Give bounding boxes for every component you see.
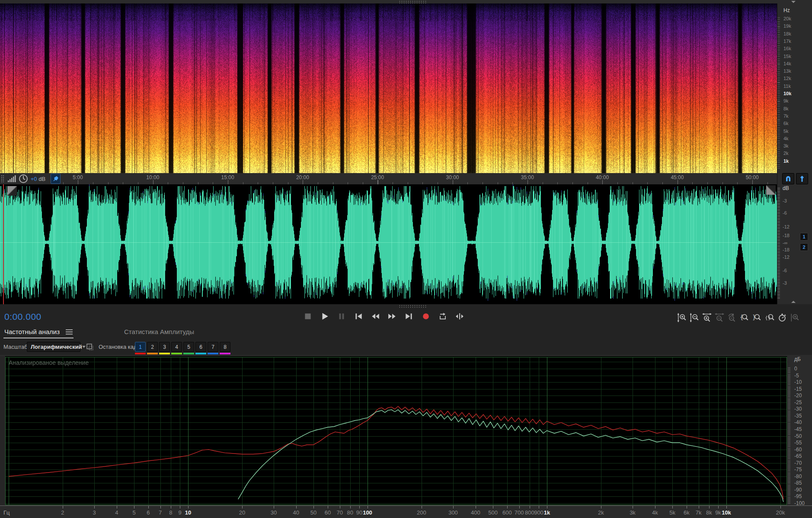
copy-button[interactable]	[86, 343, 94, 351]
frequency-tick	[718, 506, 719, 508]
timeline-label: 20:00	[296, 174, 309, 180]
scroll-down-icon[interactable]	[791, 301, 796, 303]
zoom-to-selection-button[interactable]: {}	[765, 310, 774, 322]
scale-dropdown[interactable]: Логарифмический	[27, 342, 80, 352]
selection-handle-left[interactable]	[7, 186, 17, 196]
frequency-scale-label: 14k	[783, 61, 791, 66]
frequency-tick-label: 9	[178, 509, 181, 516]
divider-drag-grip[interactable]	[399, 305, 427, 308]
scale-label: Масштаб:	[3, 344, 29, 350]
frame-hold-7[interactable]: 7	[208, 342, 218, 354]
fast-forward-button[interactable]	[386, 310, 398, 322]
frequency-tick-label: 10	[185, 509, 191, 516]
tab-amplitude-statistics[interactable]: Статистика Амплитуды	[124, 328, 194, 335]
playhead[interactable]	[3, 184, 4, 304]
decibel-tick-label: -80	[794, 473, 802, 479]
frequency-tick-label: 70	[336, 509, 342, 516]
frequency-analysis-panel: Анализированое выделение Гц 234567891020…	[0, 355, 812, 518]
play-button[interactable]	[319, 310, 331, 322]
transport-bar: 0:00.000 {}{}	[0, 308, 812, 325]
tab-frequency-analysis[interactable]: Частотный анализ	[4, 328, 60, 335]
waveform-display[interactable]	[0, 184, 777, 304]
frame-hold-color-bar	[171, 353, 182, 354]
frequency-tick	[188, 506, 189, 508]
frequency-tick	[547, 506, 547, 508]
pin-button[interactable]	[51, 174, 61, 184]
record-button[interactable]	[420, 310, 432, 322]
timeline-label: 45:00	[671, 174, 684, 180]
frequency-tick	[655, 506, 655, 508]
channel-2-button[interactable]: 2	[800, 243, 808, 251]
decibel-tick-label: -95	[794, 493, 802, 499]
amplitude-scale-panel: dB-3-6-12-18-∞-18-12-6-3 1 2	[777, 184, 812, 304]
skip-to-end-button[interactable]	[403, 310, 415, 322]
frame-hold-number: 7	[208, 342, 218, 352]
zoom-in-vertical-button[interactable]	[677, 310, 687, 322]
frame-hold-1[interactable]: 1	[135, 342, 146, 354]
zoom-reset-button[interactable]	[727, 310, 737, 322]
timed-record-button[interactable]	[777, 310, 787, 322]
levels-icon[interactable]	[7, 175, 16, 183]
frequency-axis: Гц 2345678910203040506070809010020030040…	[0, 505, 812, 518]
decibel-tick-label: -55	[794, 440, 802, 446]
frequency-tick-label: 3k	[630, 509, 636, 516]
loop-playback-button[interactable]	[437, 310, 449, 322]
zoom-in-horizontal-button[interactable]	[702, 310, 712, 322]
zoom-to-in-point-button[interactable]: {	[740, 310, 749, 322]
frequency-tick	[94, 506, 95, 508]
frequency-tick-label: 2	[61, 509, 64, 516]
frame-hold-3[interactable]: 3	[159, 342, 170, 354]
zoom-to-out-point-button[interactable]: }	[752, 310, 762, 322]
frequency-scale-label: 10k	[783, 91, 791, 96]
frequency-tick-label: 400	[471, 509, 480, 516]
panel-menu-icon[interactable]	[66, 329, 73, 335]
decibel-tick-label: -50	[794, 433, 802, 439]
snap-toggle-button[interactable]	[782, 173, 794, 184]
stop-button[interactable]	[302, 310, 314, 322]
frequency-scale-label: 7k	[783, 113, 789, 119]
frequency-tick-label: 2k	[598, 509, 604, 516]
marker-button[interactable]	[796, 173, 808, 184]
scroll-up-icon[interactable]	[791, 1, 796, 3]
zoom-out-vertical-button[interactable]	[690, 310, 699, 322]
panel-drag-grip[interactable]	[399, 0, 427, 3]
frequency-tick	[340, 506, 340, 508]
pin-icon	[53, 176, 59, 182]
clock-icon[interactable]	[19, 174, 28, 183]
frame-hold-4[interactable]: 4	[171, 342, 182, 354]
frequency-scale-label: 18k	[783, 31, 791, 36]
channel-1-button[interactable]: 1	[800, 233, 808, 241]
zoom-out-horizontal-button[interactable]	[715, 310, 724, 322]
transport-buttons	[302, 310, 466, 322]
frame-hold-number: 6	[195, 342, 206, 352]
spectrogram-display[interactable]	[0, 3, 777, 173]
frequency-tick	[493, 506, 493, 508]
pause-button[interactable]	[336, 310, 348, 322]
decibel-tick-label: -75	[794, 467, 802, 473]
toolbar-grip[interactable]	[1, 175, 5, 183]
timeline-ruler[interactable]: 5:0010:0015:0020:0025:0030:0035:0040:004…	[0, 173, 777, 185]
skip-to-start-button[interactable]	[352, 310, 364, 322]
frequency-scale-label: 19k	[783, 23, 791, 29]
timeline-label: 35:00	[521, 174, 534, 180]
frequency-analysis-plot[interactable]	[0, 356, 788, 505]
audition-window: Hz 20k19k18k17k16k15k14k13k12k11k10k9k8k…	[0, 0, 812, 518]
frequency-tick-label: 100	[363, 509, 372, 516]
zoom-vertical-full-button[interactable]	[790, 310, 799, 322]
amplitude-scale-label: -18	[783, 247, 790, 252]
frame-hold-color-bar	[195, 353, 206, 354]
decibel-tick-label: -20	[794, 393, 802, 399]
frame-hold-2[interactable]: 2	[147, 342, 158, 354]
frame-hold-5[interactable]: 5	[183, 342, 194, 354]
frame-hold-6[interactable]: 6	[195, 342, 206, 354]
frequency-tick	[313, 506, 314, 508]
frame-hold-8[interactable]: 8	[220, 342, 230, 354]
frequency-tick-label: 6k	[684, 509, 690, 516]
decibel-axis-unit: дБ	[794, 356, 801, 362]
time-display[interactable]: 0:00.000	[4, 312, 42, 322]
rewind-button[interactable]	[369, 310, 381, 322]
gain-display[interactable]: +0 dB	[31, 176, 45, 182]
skip-selection-button[interactable]	[454, 310, 466, 322]
selection-handle-right[interactable]	[766, 185, 776, 195]
decibel-tick-label: -65	[794, 453, 802, 459]
